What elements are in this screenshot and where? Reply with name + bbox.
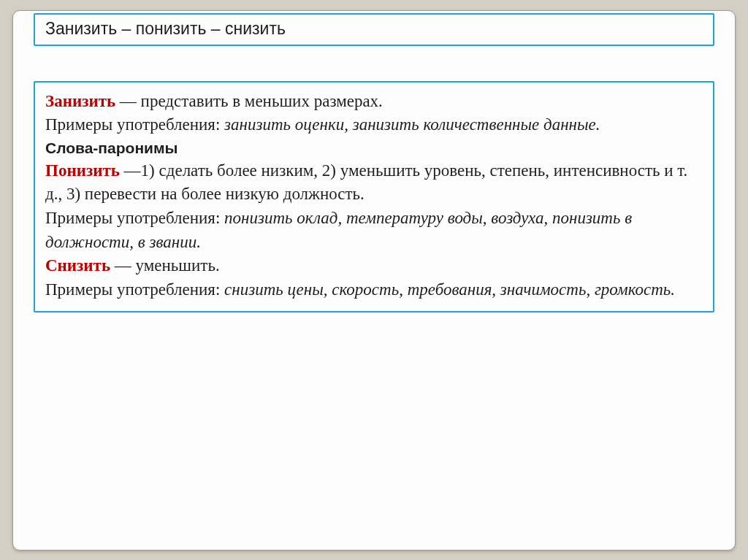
examples-text-snizit: снизить цены, скорость, требования, знач… [224,280,675,299]
examples-snizit: Примеры употребления: снизить цены, скор… [45,278,703,302]
examples-ponizit: Примеры употребления: понизить оклад, те… [45,207,703,254]
examples-label-snizit: Примеры употребления: [45,280,224,299]
term-zanizit: Занизить [45,92,115,110]
def-ponizit: —1) сделать более низким, 2) уменьшить у… [45,161,687,204]
examples-zanizit: Примеры употребления: занизить оценки, з… [45,113,703,137]
content-box: Занизить — представить в меньших размера… [34,81,714,312]
examples-label-zanizit: Примеры употребления: [45,115,224,134]
def-snizit: — уменьшить. [110,256,220,275]
title-box: Занизить – понизить – снизить [34,13,714,46]
entry-snizit: Снизить — уменьшить. [45,254,703,278]
slide-title: Занизить – понизить – снизить [45,19,286,38]
examples-text-zanizit: занизить оценки, занизить количественные… [224,115,600,134]
slide-container: Занизить – понизить – снизить Занизить —… [12,10,736,551]
entry-ponizit: Понизить —1) сделать более низким, 2) ум… [45,159,703,207]
term-ponizit: Понизить [45,161,120,180]
def-zanizit: — представить в меньших размерах. [115,92,383,110]
subhead-paronyms: Слова-паронимы [45,137,703,159]
term-snizit: Снизить [45,256,110,275]
examples-label-ponizit: Примеры употребления: [45,209,224,227]
entry-zanizit: Занизить — представить в меньших размера… [45,90,703,114]
